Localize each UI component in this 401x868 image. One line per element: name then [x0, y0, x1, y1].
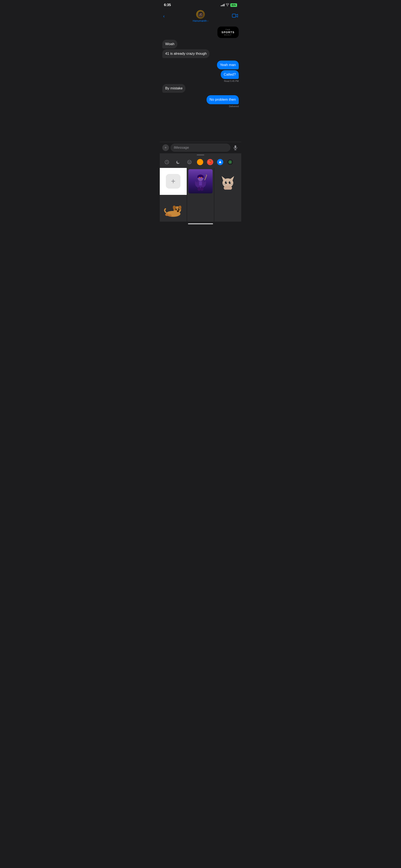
message-row: No problem then [162, 95, 239, 104]
avatar: 🧔🏿 [196, 10, 205, 19]
svg-point-38 [178, 209, 180, 210]
sticker-tab-appstore[interactable] [217, 159, 223, 165]
status-icons: 81% [221, 3, 237, 7]
contact-info[interactable]: 🧔🏿 Hanumanth › [193, 10, 209, 22]
svg-point-6 [189, 161, 189, 162]
home-indicator [188, 223, 213, 224]
video-call-button[interactable] [230, 13, 238, 19]
svg-line-15 [205, 175, 207, 180]
svg-point-17 [201, 177, 202, 178]
sticker-tray: 🍎 + [160, 156, 241, 222]
svg-point-9 [229, 161, 231, 163]
svg-point-7 [190, 161, 190, 162]
svg-point-27 [230, 182, 230, 183]
svg-point-40 [179, 209, 179, 209]
sticker-empty-2 [214, 195, 241, 222]
message-input[interactable]: iMessage [171, 144, 230, 152]
sticker-item-cat[interactable] [214, 168, 241, 195]
chat-area: THE SPORTS DAILY Woah 41 is already craz… [160, 25, 241, 142]
message-bubble-sent: No problem then [207, 95, 239, 104]
battery-icon: 81% [230, 3, 237, 7]
nav-header: ‹ 🧔🏿 Hanumanth › [160, 9, 241, 25]
sticker-grid: + [160, 168, 241, 195]
sticker-tab-moon[interactable] [175, 158, 182, 166]
message-row: By mistake [162, 84, 239, 93]
read-receipt: Read 5:45 PM [162, 80, 239, 82]
bottom-bar [160, 222, 241, 228]
sticker-item-warrior[interactable] [187, 168, 214, 195]
signal-icon [221, 4, 224, 6]
sticker-tab-orange[interactable] [197, 159, 203, 165]
contact-name: Hanumanth › [193, 19, 209, 22]
message-bubble-received: 41 is already crazy though [162, 49, 210, 58]
sticker-empty-1 [187, 195, 214, 222]
message-bubble-received: By mistake [162, 84, 185, 93]
sports-banner-bubble: THE SPORTS DAILY [217, 27, 239, 38]
svg-point-16 [199, 177, 200, 178]
drag-indicator [160, 153, 241, 156]
message-bubble-received: Woah [162, 40, 177, 49]
message-row: Yeah man [162, 61, 239, 69]
svg-rect-12 [199, 181, 202, 185]
message-row: Called? [162, 70, 239, 79]
message-bubble-sent: Called? [221, 70, 239, 79]
status-time: 6:35 [164, 3, 171, 7]
svg-point-25 [229, 181, 231, 184]
sticker-tab-row: 🍎 [160, 158, 241, 168]
voice-input-button[interactable] [232, 144, 239, 151]
sticker-tab-circle[interactable] [227, 159, 233, 165]
back-button[interactable]: ‹ [163, 13, 171, 19]
add-attachment-button[interactable]: + [162, 144, 169, 151]
svg-point-42 [165, 213, 168, 216]
message-row: 41 is already crazy though [162, 49, 239, 58]
sticker-tab-fruit[interactable]: 🍎 [207, 159, 213, 165]
input-bar: + iMessage [160, 142, 241, 153]
svg-point-37 [176, 209, 177, 210]
sticker-item-dog[interactable] [160, 195, 187, 222]
sticker-tab-recents[interactable] [163, 158, 171, 166]
status-bar: 6:35 81% [160, 0, 241, 9]
message-bubble-sent: Yeah man [217, 61, 239, 69]
svg-point-24 [225, 181, 227, 184]
svg-rect-0 [232, 14, 236, 17]
wifi-icon [226, 3, 229, 7]
svg-point-43 [168, 215, 172, 217]
sports-banner-row: THE SPORTS DAILY [162, 27, 239, 38]
svg-point-26 [226, 182, 227, 183]
message-row: Woah [162, 40, 239, 49]
sticker-grid-row2 [160, 195, 241, 222]
add-sticker-button[interactable]: + [160, 168, 187, 195]
svg-point-39 [176, 209, 177, 209]
svg-rect-1 [235, 145, 236, 148]
delivered-receipt: Delivered [162, 105, 239, 107]
svg-point-5 [188, 160, 191, 164]
sticker-tab-emoji[interactable] [186, 158, 193, 166]
